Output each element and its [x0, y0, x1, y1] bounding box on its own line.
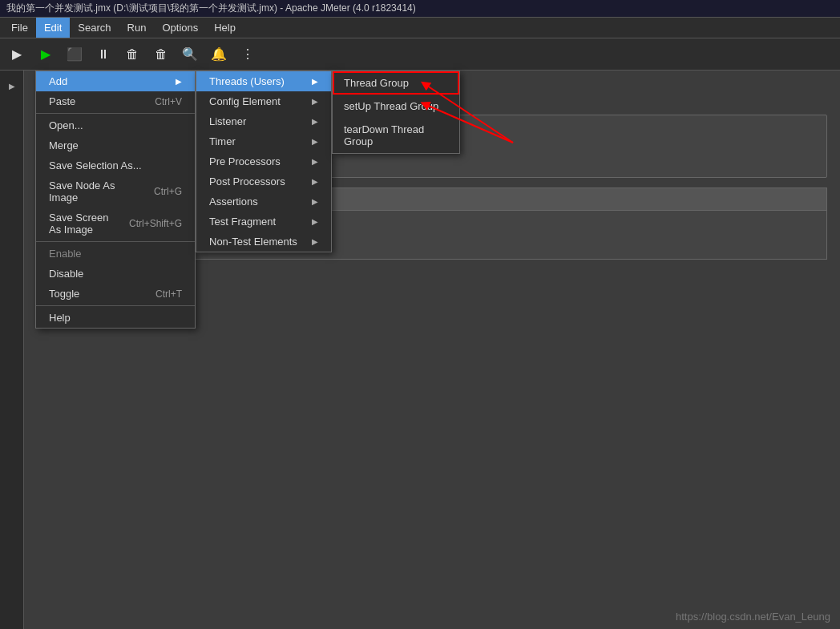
submenu-non-test[interactable]: Non-Test Elements ▶	[196, 232, 331, 252]
non-test-arrow: ▶	[312, 237, 318, 246]
toolbar-stop[interactable]: ⬛	[61, 41, 88, 68]
toolbar: ▶ ▶ ⬛ ⏸ 🗑 🗑 🔍 🔔 ⋮	[0, 38, 840, 71]
submenu-test-fragment[interactable]: Test Fragment ▶	[196, 212, 331, 232]
menu-search[interactable]: Search	[70, 18, 119, 38]
menu-save-node[interactable]: Save Node As Image Ctrl+G	[36, 175, 195, 208]
toolbar-search[interactable]: 🔍	[176, 41, 204, 68]
menu-bar: File Edit Search Run Options Help	[0, 18, 840, 38]
submenu-timer[interactable]: Timer ▶	[196, 131, 331, 151]
toolbar-clear-all[interactable]: 🗑	[147, 41, 175, 68]
menu-edit[interactable]: Edit	[36, 18, 70, 38]
title-text: 我的第一个并发测试.jmx (D:\测试项目\我的第一个并发测试.jmx) - …	[6, 2, 416, 15]
submenu-pre-processors[interactable]: Pre Processors ▶	[196, 151, 331, 171]
watermark: https://blog.csdn.net/Evan_Leung	[676, 611, 830, 623]
sep2	[36, 241, 195, 242]
menu-open[interactable]: Open...	[36, 115, 195, 135]
timer-arrow: ▶	[312, 137, 318, 146]
threads-arrow: ▶	[312, 77, 318, 86]
toolbar-more[interactable]: ⋮	[234, 41, 261, 68]
submenu-threads[interactable]: Threads (Users) ▶	[196, 71, 331, 91]
config-arrow: ▶	[312, 97, 318, 106]
sep1	[36, 113, 195, 114]
menu-run[interactable]: Run	[119, 18, 155, 38]
add-arrow: ▶	[176, 77, 182, 86]
menu-help-item[interactable]: Help	[36, 308, 195, 328]
toolbar-start[interactable]: ▶	[3, 41, 30, 68]
add-submenu: Threads (Users) ▶ Config Element ▶ Liste…	[196, 71, 332, 252]
menu-paste[interactable]: Paste Ctrl+V	[36, 91, 195, 111]
teardown-thread-group-item[interactable]: tearDown Thread Group	[333, 118, 459, 153]
submenu-assertions[interactable]: Assertions ▶	[196, 192, 331, 212]
menu-enable: Enable	[36, 244, 195, 264]
submenu-listener[interactable]: Listener ▶	[196, 111, 331, 131]
test-frag-arrow: ▶	[312, 217, 318, 226]
toolbar-clear[interactable]: 🗑	[119, 41, 146, 68]
thread-group-item[interactable]: Thread Group	[333, 71, 459, 95]
toolbar-shutdown[interactable]: ⏸	[90, 41, 117, 68]
menu-disable[interactable]: Disable	[36, 264, 195, 284]
sep3	[36, 305, 195, 306]
menu-add[interactable]: Add ▶	[36, 71, 195, 91]
listener-arrow: ▶	[312, 117, 318, 126]
threads-submenu: Thread Group setUp Thread Group tearDown…	[332, 71, 460, 154]
menu-options[interactable]: Options	[154, 18, 206, 38]
menu-file[interactable]: File	[3, 18, 36, 38]
post-proc-arrow: ▶	[312, 177, 318, 186]
left-panel-label: ▶	[7, 82, 16, 91]
title-bar: 我的第一个并发测试.jmx (D:\测试项目\我的第一个并发测试.jmx) - …	[0, 0, 840, 18]
menu-help[interactable]: Help	[206, 18, 244, 38]
edit-dropdown: Add ▶ Paste Ctrl+V Open... Merge Save Se…	[35, 71, 196, 329]
left-panel: ▶	[0, 71, 24, 629]
submenu-config[interactable]: Config Element ▶	[196, 91, 331, 111]
pre-proc-arrow: ▶	[312, 157, 318, 166]
menu-save-screen[interactable]: Save Screen As Image Ctrl+Shift+G	[36, 208, 195, 240]
setup-thread-group-item[interactable]: setUp Thread Group	[333, 95, 459, 118]
toolbar-remote[interactable]: 🔔	[205, 41, 232, 68]
assertions-arrow: ▶	[312, 197, 318, 206]
menu-toggle[interactable]: Toggle Ctrl+T	[36, 284, 195, 304]
menu-merge[interactable]: Merge	[36, 135, 195, 155]
menu-save-selection[interactable]: Save Selection As...	[36, 155, 195, 175]
submenu-post-processors[interactable]: Post Processors ▶	[196, 171, 331, 192]
toolbar-start-no-pause[interactable]: ▶	[32, 41, 59, 68]
